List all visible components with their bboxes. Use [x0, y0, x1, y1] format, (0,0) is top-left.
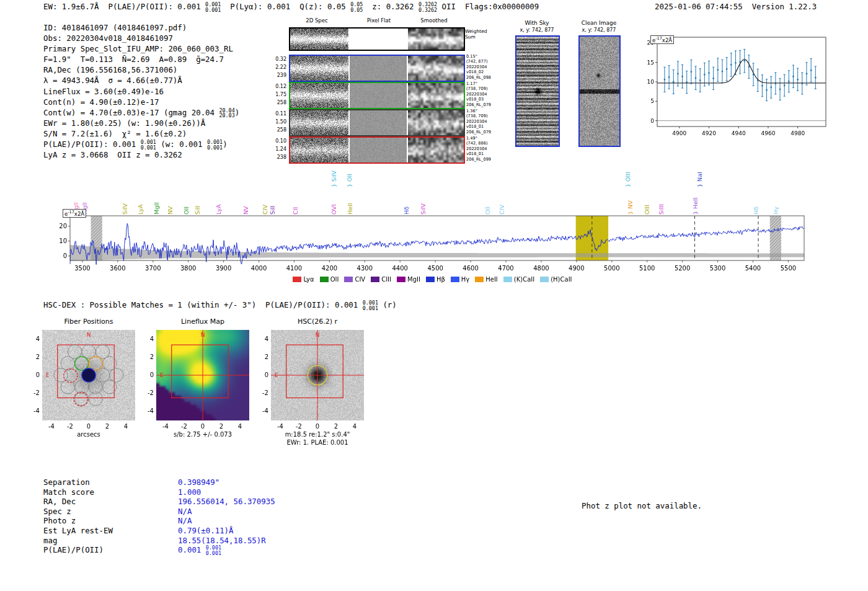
- spec2d-row-meta: 1.36"(738, 709)20220304v018_01206_RL_079: [466, 109, 491, 135]
- legend-item: (K)CaII: [503, 276, 534, 283]
- info-line: Primary Spec_Slot_IFU_AMP: 206_060_003_R…: [43, 43, 239, 54]
- stacked-uncertainty: 20.0420.03: [219, 108, 234, 118]
- meta-line: (738, 709): [466, 113, 491, 118]
- match-row-value: N/A: [178, 516, 192, 525]
- y-tick-label: -2: [141, 389, 154, 396]
- cutout-overlay-fiber_positions: NE: [42, 330, 135, 420]
- full-spectrum-plot: [53, 211, 812, 280]
- spec2d-row-weights: 0.121.75258: [272, 82, 286, 107]
- fit-plot-y-axis-label: e-17x2Å: [650, 35, 674, 44]
- y-tick-label: 4: [27, 335, 40, 342]
- info-line: Cont(w) = 4.70(±0.03)e-17 (gmag 20.04 20…: [43, 107, 239, 118]
- text-segment: ID: 4018461097 (4018461097.pdf): [43, 23, 187, 32]
- match-row-label: P(LAE)/P(OII): [43, 545, 104, 554]
- x-tick-label: 4: [348, 423, 361, 430]
- info-line: P(LAE)/P(OII): 0.001 0.0010.001 (w: 0.00…: [43, 139, 239, 149]
- emission-line-label: Hδ: [403, 207, 410, 215]
- y-tick-label: 0: [141, 371, 154, 378]
- match-row-label: Photo z: [43, 516, 76, 525]
- legend-item: OII: [320, 276, 339, 283]
- info-line: S/N = 7.2(±1.6) χ² = 1.6(±0.2): [43, 128, 239, 139]
- text-segment: LineFlux = 3.60(±0.49)e-16: [43, 87, 164, 96]
- emission-line-label: } OIII: [624, 172, 631, 187]
- emission-line-label: OII: [183, 207, 190, 215]
- y-tick-label: -2: [27, 389, 40, 396]
- meta-line: 20220304: [466, 119, 491, 124]
- emission-line-label: SiII: [194, 206, 201, 215]
- spec2d-row-image: [290, 83, 464, 108]
- weight-value: 0.32: [272, 55, 286, 63]
- meta-line: v018_02: [466, 69, 491, 74]
- y-label-rest: x2Å: [74, 211, 84, 217]
- legend-item: Hγ: [451, 276, 469, 283]
- x-tick-label: 2: [215, 423, 228, 430]
- emission-line-label: SiIV: [420, 203, 427, 215]
- text-segment: RA,Dec (196.556168,56.371006): [43, 65, 177, 74]
- spectrum-y-axis-label: e-17x2Å: [63, 209, 86, 218]
- lower-value: 0.001: [207, 145, 223, 151]
- spectrum-legend: LyαOIICIVCIIIMgIIHβHγHeII(K)CaII(H)CaII: [59, 276, 806, 283]
- spec2d-col-title: Smoothed: [420, 17, 447, 24]
- weight-value: 239: [272, 71, 286, 79]
- legend-item: CIII: [371, 276, 391, 283]
- text-segment: LyA z = 3.0668 OII z = 0.3262: [43, 150, 182, 159]
- cutout-caption: s/b: 2.75 +/- 0.073: [174, 431, 232, 438]
- emission-line-label: } SiIV: [330, 171, 337, 187]
- legend-item: MgII: [397, 276, 420, 283]
- cutout-overlay-lineflux_map: NE: [156, 330, 249, 420]
- match-row-label: Separation: [43, 478, 90, 487]
- meta-line: 20220304: [466, 146, 491, 151]
- cutout-caption: EWr: 1. PLAE: 0.001: [286, 439, 348, 446]
- spec2d-fiber-row: [289, 136, 465, 164]
- info-line: LyA z = 3.0668 OII z = 0.3262: [43, 149, 239, 160]
- text-segment: EW: 1.9±6.7Å P(LAE)/P(OII): 0.001: [43, 2, 205, 11]
- x-tick-label: 2: [330, 423, 342, 430]
- legend-label: CIII: [381, 276, 391, 283]
- legend-item: Hβ: [426, 276, 445, 283]
- spec2d-fiber-row: [289, 109, 465, 136]
- lower-value: 0.001: [205, 7, 221, 13]
- info-line: Obs: 20220304v018_4018461097: [43, 33, 239, 43]
- text-segment: Cont(w) = 4.70(±0.03)e-17 (gmag 20.04: [43, 108, 219, 117]
- y-label-exp: -17: [655, 36, 662, 41]
- text-segment: EWr = 1.80(±0.25) (w: 1.90(±0.26))Å: [43, 118, 205, 128]
- spec2d-sum-image: [290, 29, 464, 50]
- emission-line-label: MgII: [153, 202, 160, 215]
- weight-value: 1.75: [272, 91, 286, 99]
- legend-label: Lyα: [303, 276, 314, 283]
- emission-line-label: HeII: [347, 203, 353, 215]
- legend-swatch: [503, 277, 512, 282]
- text-segment: ): [223, 140, 227, 149]
- stacked-uncertainty: 0.32620.3262: [418, 2, 437, 12]
- emission-line-label: SiIII: [658, 204, 665, 215]
- match-row-value: 0.398949": [178, 478, 219, 487]
- y-tick-label: -4: [27, 407, 40, 414]
- stacked-uncertainty: 0.0010.001: [205, 2, 221, 12]
- legend-item: CIV: [344, 276, 365, 283]
- x-tick-label: -2: [178, 423, 190, 430]
- summary-header: EW: 1.9±6.7Å P(LAE)/P(OII): 0.001 0.0010…: [43, 2, 539, 12]
- y-label-exp: -17: [68, 210, 74, 215]
- legend-swatch: [371, 277, 379, 282]
- x-tick-label: 4: [234, 423, 246, 430]
- weight-value: 0.11: [272, 110, 286, 118]
- lower-value: 20.03: [219, 113, 234, 118]
- spec2d-fiber-row: [289, 82, 465, 109]
- match-row-label: RA, Dec: [43, 497, 76, 506]
- legend-swatch: [293, 277, 301, 282]
- weight-value: 0.10: [272, 137, 286, 145]
- weight-value: 2.22: [272, 63, 286, 71]
- x-tick-label: 0: [82, 423, 95, 430]
- legend-label: OII: [330, 276, 339, 283]
- meta-line: 206_RL_098: [466, 75, 491, 80]
- emission-line-label: CII: [292, 207, 299, 215]
- spec2d-row-meta: 0.15"(742, 877)20220304v018_02206_RL_098: [466, 54, 491, 80]
- elixer-report: EW: 1.9±6.7Å P(LAE)/P(OII): 0.001 0.0010…: [0, 0, 868, 591]
- match-row-value: N/A: [178, 507, 192, 516]
- text-segment: P(Lyα): 0.001 Q(z): 0.05: [221, 2, 350, 11]
- y-tick-label: -4: [141, 407, 154, 414]
- stacked-uncertainty: 0.0010.001: [207, 140, 223, 150]
- info-line: Cont(n) = 4.90(±0.12)e-17: [43, 97, 239, 107]
- text-segment: F=1.9" T=0.113 N̄=2.69 A=0.89 ḡ=24.7: [43, 55, 224, 64]
- legend-label: (K)CaII: [514, 276, 534, 283]
